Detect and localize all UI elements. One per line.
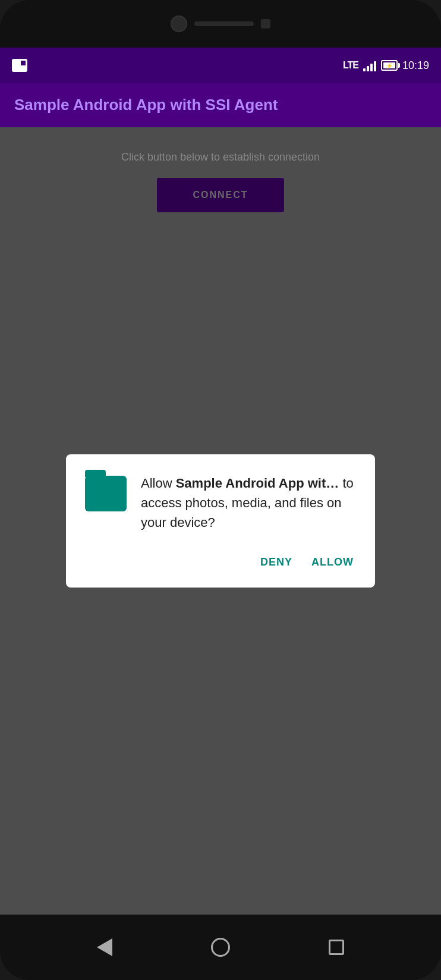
app-title: Sample Android App with SSI Agent (14, 95, 427, 115)
main-content: Click button below to establish connecti… (0, 127, 441, 915)
allow-button[interactable]: ALLOW (309, 551, 356, 573)
status-right: LTE ⚡ 10:19 (343, 59, 429, 72)
signal-bar-3 (370, 64, 373, 71)
home-icon (211, 938, 230, 957)
recent-icon (329, 940, 344, 955)
folder-icon (85, 476, 127, 511)
signal-bar-1 (363, 68, 366, 71)
signal-bar-2 (367, 66, 369, 71)
app-bar: Sample Android App with SSI Agent (0, 83, 441, 127)
overlay: Allow Sample Android App wit… to access … (0, 127, 441, 915)
back-icon (97, 938, 112, 956)
deny-button[interactable]: DENY (258, 551, 295, 573)
sim-icon (12, 59, 27, 72)
bottom-nav-bar (0, 915, 441, 980)
back-button[interactable] (97, 938, 112, 956)
sensor-icon (261, 19, 270, 29)
dialog-pre-text: Allow (141, 476, 176, 491)
status-bar: LTE ⚡ 10:19 (0, 48, 441, 83)
camera-icon (171, 15, 187, 32)
screen: LTE ⚡ 10:19 Sample Android App with SSI … (0, 48, 441, 915)
permission-dialog: Allow Sample Android App wit… to access … (66, 454, 375, 588)
top-bezel (0, 0, 441, 48)
status-time: 10:19 (402, 59, 429, 72)
bolt-icon: ⚡ (386, 62, 393, 69)
dialog-app-name: Sample Android App wit… (176, 476, 339, 491)
dialog-content: Allow Sample Android App wit… to access … (85, 473, 356, 532)
signal-icon (363, 59, 376, 71)
dialog-text: Allow Sample Android App wit… to access … (141, 473, 356, 532)
camera-area (171, 15, 270, 32)
speaker-bar (194, 21, 254, 26)
battery-icon: ⚡ (381, 60, 398, 71)
lte-icon: LTE (343, 60, 358, 71)
signal-bar-4 (374, 61, 376, 71)
phone-frame: LTE ⚡ 10:19 Sample Android App with SSI … (0, 0, 441, 980)
status-left (12, 59, 27, 72)
dialog-actions: DENY ALLOW (85, 551, 356, 573)
recent-apps-button[interactable] (329, 940, 344, 955)
home-button[interactable] (211, 938, 230, 957)
battery-fill: ⚡ (383, 62, 395, 68)
